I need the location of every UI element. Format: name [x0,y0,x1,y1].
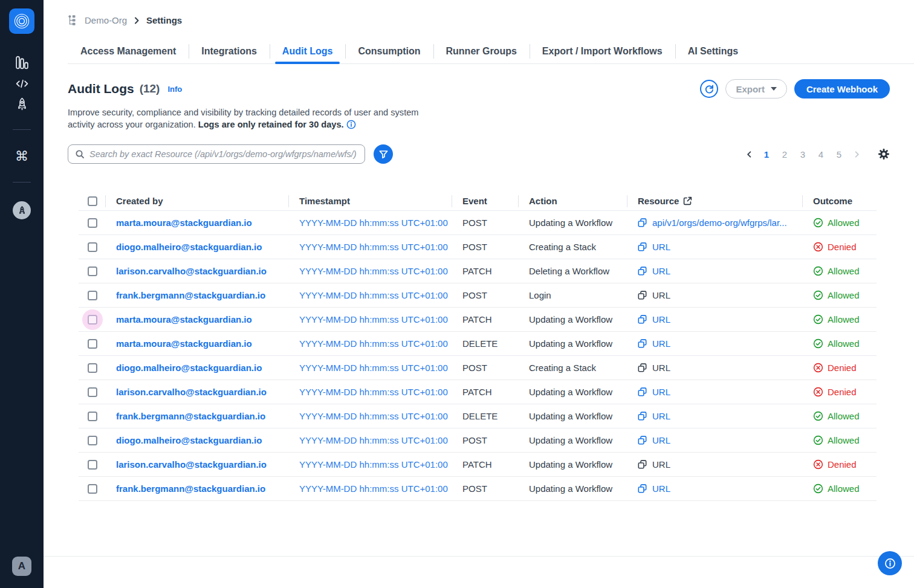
resource-link[interactable]: URL [638,363,670,373]
outcome-badge: Allowed [813,483,860,494]
row-checkbox[interactable] [88,315,97,325]
row-checkbox[interactable] [88,242,97,252]
event-text: POST [462,242,487,252]
column-header-outcome[interactable]: Outcome [802,192,877,210]
table-row: larison.carvalho@stackguardian.io YYYY-M… [79,380,877,404]
create-webhook-button[interactable]: Create Webhook [794,79,890,99]
tab-access-management[interactable]: Access Management [68,39,189,63]
app-logo[interactable] [9,8,34,34]
table-row: larison.carvalho@stackguardian.io YYYY-M… [79,259,877,283]
outcome-label: Allowed [828,314,860,325]
resource-link[interactable]: URL [638,242,670,252]
created-by-link[interactable]: marta.moura@stackguardian.io [116,218,252,228]
info-link[interactable]: Info [167,85,182,94]
action-text: Updating a Workflow [529,435,612,445]
sidebar-item-dashboards[interactable] [0,55,44,70]
resource-link[interactable]: URL [638,483,670,494]
page-button-3[interactable]: 3 [796,149,810,160]
created-by-link[interactable]: larison.carvalho@stackguardian.io [116,387,267,397]
workspace-avatar[interactable] [13,201,31,219]
resource-label: URL [652,266,670,276]
refresh-button[interactable] [700,80,718,98]
allowed-icon [813,435,823,445]
org-tree-icon [68,15,79,26]
gear-icon [878,148,890,160]
table-settings-button[interactable] [878,148,890,160]
resource-link[interactable]: URL [638,435,670,445]
resource-link[interactable]: URL [638,266,670,276]
action-text: Updating a Workflow [529,483,612,494]
help-info-button[interactable] [878,551,902,575]
row-checkbox[interactable] [88,363,97,373]
tab-runner-groups[interactable]: Runner Groups [433,39,530,63]
resource-link[interactable]: URL [638,387,670,397]
outcome-badge: Denied [813,363,857,373]
page-button-1[interactable]: 1 [759,149,774,160]
resource-link[interactable]: URL [638,290,670,300]
export-caret-icon [771,87,777,91]
filter-button[interactable] [374,144,393,164]
column-header-resource[interactable]: Resource [627,192,802,210]
column-header-event[interactable]: Event [452,192,518,210]
tab-integrations[interactable]: Integrations [189,39,270,63]
outcome-label: Denied [828,387,857,397]
created-by-link[interactable]: marta.moura@stackguardian.io [116,314,252,325]
row-checkbox[interactable] [88,218,97,228]
resource-link[interactable]: URL [638,459,670,470]
resource-link[interactable]: URL [638,338,670,349]
tab-consumption[interactable]: Consumption [345,39,433,63]
footer [44,556,914,588]
outcome-label: Allowed [828,266,860,276]
tab-ai-settings[interactable]: AI Settings [675,39,751,63]
resource-link[interactable]: api/v1/orgs/demo-org/wfgrps/lar... [638,218,787,228]
created-by-link[interactable]: frank.bergmann@stackguardian.io [116,483,265,494]
created-by-link[interactable]: frank.bergmann@stackguardian.io [116,290,265,300]
sidebar-item-commands[interactable]: ⌘ [0,150,44,163]
select-all-checkbox[interactable] [88,196,97,206]
tab-audit-logs[interactable]: Audit Logs [270,39,346,63]
sidebar-item-launchpad[interactable] [0,97,44,112]
row-checkbox[interactable] [88,460,97,470]
breadcrumb-org[interactable]: Demo-Org [85,15,127,25]
sidebar-item-code[interactable] [0,76,44,91]
page-button-4[interactable]: 4 [814,149,828,160]
row-checkbox[interactable] [88,339,97,349]
created-by-link[interactable]: diogo.malheiro@stackguardian.io [116,242,262,252]
created-by-link[interactable]: larison.carvalho@stackguardian.io [116,266,267,276]
outcome-label: Allowed [828,290,860,300]
next-page-button[interactable] [850,147,863,161]
page-button-2[interactable]: 2 [777,149,792,160]
user-avatar[interactable]: A [12,557,31,576]
row-checkbox[interactable] [88,484,97,494]
outcome-label: Denied [828,363,857,373]
created-by-link[interactable]: larison.carvalho@stackguardian.io [116,459,267,470]
row-checkbox[interactable] [88,267,97,276]
row-checkbox[interactable] [88,412,97,421]
column-header-created-by[interactable]: Created by [105,192,288,210]
page-title: Audit Logs [68,82,134,96]
row-checkbox[interactable] [88,436,97,445]
denied-icon [813,459,823,470]
export-button[interactable]: Export [725,79,787,99]
page-button-5[interactable]: 5 [832,149,846,160]
outcome-label: Allowed [828,411,860,421]
column-header-timestamp[interactable]: Timestampt [288,192,452,210]
created-by-link[interactable]: frank.bergmann@stackguardian.io [116,411,265,421]
allowed-icon [813,266,823,276]
tab-export-import-workflows[interactable]: Export / Import Workflows [530,39,675,63]
search-input[interactable] [89,149,358,159]
row-checkbox[interactable] [88,291,97,300]
timestamp-text: YYYY-MM-DD hh:mm:ss UTC+01:00 [299,459,448,470]
action-text: Updating a Workflow [529,218,612,228]
resource-link[interactable]: URL [638,314,670,325]
created-by-link[interactable]: diogo.malheiro@stackguardian.io [116,363,262,373]
created-by-link[interactable]: marta.moura@stackguardian.io [116,338,252,349]
info-icon[interactable] [346,120,356,129]
row-checkbox[interactable] [88,387,97,397]
resource-link[interactable]: URL [638,411,670,421]
action-text: Updating a Workflow [529,459,612,470]
row-checkbox-halo [82,213,103,233]
prev-page-button[interactable] [742,147,756,161]
column-header-action[interactable]: Action [518,192,627,210]
created-by-link[interactable]: diogo.malheiro@stackguardian.io [116,435,262,445]
